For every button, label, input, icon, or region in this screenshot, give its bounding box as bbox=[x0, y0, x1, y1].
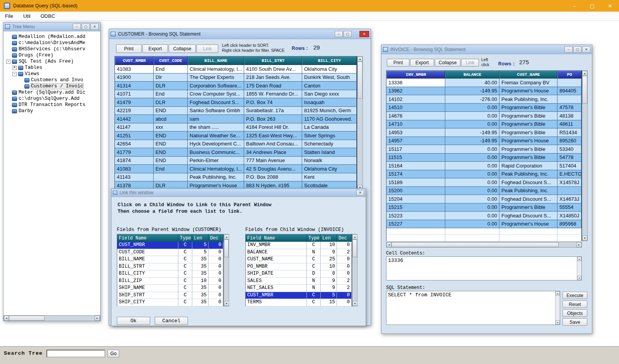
cell-bill-city[interactable]: Statten Island bbox=[302, 148, 357, 157]
field-dec[interactable]: 0 bbox=[209, 285, 223, 292]
field-len[interactable]: 5 bbox=[321, 292, 337, 299]
field-name[interactable]: BALANCE bbox=[246, 249, 307, 256]
cell-cust-nmbr[interactable]: 41900 bbox=[115, 73, 154, 82]
cell-po-nmbr[interactable]: 895260 bbox=[557, 137, 581, 145]
scrollbar-thumb[interactable] bbox=[392, 242, 559, 247]
cell-cust-nmbr[interactable]: 41251 bbox=[115, 132, 154, 140]
field-row[interactable]: CUST_CODE C 5 0 bbox=[117, 249, 223, 256]
invoice-vertical-scrollbar[interactable]: ▲ ▼ bbox=[582, 70, 588, 241]
field-type[interactable]: C bbox=[178, 299, 192, 306]
cell-cust-name[interactable]: Peak Publishing, Inc. bbox=[499, 95, 557, 104]
cell-balance[interactable]: -149.95 bbox=[445, 87, 499, 96]
field-type[interactable]: N bbox=[307, 285, 321, 292]
field-dec[interactable]: 0 bbox=[209, 256, 223, 263]
cell-po-nmbr[interactable]: 894405 bbox=[557, 87, 581, 96]
cell-bill-city[interactable]: Oklahoma City bbox=[302, 165, 357, 173]
scrollbar-thumb[interactable] bbox=[224, 239, 229, 257]
field-len[interactable]: 9 bbox=[321, 249, 337, 256]
table-row[interactable]: 15189 0.00 Foghead Discount S... X14578J bbox=[386, 178, 581, 187]
cell-cust-code[interactable] bbox=[154, 173, 188, 182]
field-dec[interactable]: 0 bbox=[209, 299, 223, 306]
table-row[interactable]: 41083 End Clinical Hematology, I... 4100… bbox=[115, 65, 357, 73]
cell-po-nmbr[interactable]: X14578J bbox=[557, 178, 581, 187]
field-type[interactable]: N bbox=[307, 249, 321, 256]
cell-cust-name[interactable]: Programmer's Bible bbox=[499, 112, 557, 120]
field-row[interactable]: NET_SALES N 9 2 bbox=[246, 285, 352, 292]
field-name[interactable]: SHIP_DATE bbox=[246, 270, 307, 278]
field-row[interactable]: SHIP_STRT C 35 0 bbox=[117, 292, 223, 299]
cell-inv-nmbr[interactable]: 15200 bbox=[386, 187, 445, 195]
sql-action-button[interactable]: Execute bbox=[563, 292, 587, 299]
table-row[interactable]: 14953 -149.95 Programmer's Bible R51434 bbox=[386, 128, 581, 137]
cell-po-nmbr[interactable]: 48138 bbox=[557, 112, 581, 120]
table-row[interactable]: 15204 0.00 Foghead Discount S... X14673J bbox=[386, 195, 581, 203]
cell-bill-city[interactable]: Schenectady bbox=[302, 140, 357, 149]
parent-fields-scrollbar[interactable]: ▲ ▼ bbox=[224, 234, 229, 306]
tree-item[interactable]: Drugs (Free) bbox=[4, 52, 99, 58]
field-row[interactable]: SHIP_CITY C 35 0 bbox=[117, 299, 223, 306]
field-row[interactable]: TERMS C 15 0 bbox=[246, 299, 352, 306]
cell-bill-city[interactable]: 1170 AG Goohoeved. bbox=[302, 115, 357, 123]
invoice-titlebar[interactable]: INVOICE - Browsing SQL Statement – ▢ ✕ bbox=[381, 45, 592, 54]
table-row[interactable]: 15215 0.00 Programmer's Bible 55554 bbox=[386, 203, 581, 212]
cell-inv-nmbr[interactable]: 15164 bbox=[386, 162, 445, 170]
collapse-button[interactable]: Collapse bbox=[435, 59, 460, 67]
sql-statement-box[interactable]: SELECT * from INVOICE ▲ ▼ bbox=[386, 291, 560, 325]
print-button[interactable]: Print bbox=[116, 44, 142, 53]
cell-cust-name[interactable]: Programmer's Bible bbox=[499, 104, 557, 112]
cell-bill-strt[interactable]: Surabellastr. 17a bbox=[244, 107, 302, 115]
field-row[interactable]: BILL_NAME C 35 0 bbox=[117, 256, 223, 263]
field-name[interactable]: CUST_NMBR bbox=[246, 292, 307, 299]
customer-titlebar[interactable]: CUSTOMER - Browsing SQL Statement – ▢ ✕ bbox=[109, 29, 371, 39]
tree-horizontal-scrollbar[interactable]: ◄ ► bbox=[3, 315, 100, 321]
column-header-bill-name[interactable]: BILL_NAME bbox=[188, 56, 244, 65]
cell-cust-nmbr[interactable]: 42654 bbox=[115, 140, 154, 149]
cell-bill-strt[interactable]: Balltown And Consau... bbox=[244, 140, 302, 149]
table-row[interactable]: 41900 Dlr The Clipper Experts 218 Jan Se… bbox=[115, 73, 357, 82]
cell-inv-nmbr[interactable]: 15204 bbox=[386, 195, 445, 203]
cell-inv-nmbr[interactable]: 15174 bbox=[386, 170, 445, 179]
field-type[interactable]: C bbox=[307, 292, 321, 299]
field-len[interactable]: 35 bbox=[192, 299, 209, 306]
cell-cust-nmbr[interactable]: 41314 bbox=[115, 82, 154, 90]
cell-po-nmbr[interactable]: 48611 bbox=[557, 120, 581, 129]
cell-cust-name[interactable]: Programmer's House bbox=[499, 220, 557, 229]
field-len[interactable]: 35 bbox=[192, 256, 209, 263]
field-dec[interactable]: 0 bbox=[337, 256, 352, 263]
field-type[interactable]: C bbox=[307, 256, 321, 263]
column-header-inv-nmbr[interactable]: INV_NMBR bbox=[386, 71, 445, 79]
close-icon[interactable]: ✕ bbox=[582, 46, 590, 53]
field-len[interactable]: 35 bbox=[192, 292, 209, 299]
field-dec[interactable]: 0 bbox=[209, 292, 223, 299]
main-titlebar[interactable]: Database Query (SQL-based) – ▢ ✕ bbox=[0, 0, 619, 12]
field-dec[interactable]: 0 bbox=[209, 263, 223, 271]
cell-bill-strt[interactable]: 777 Main Avenue bbox=[244, 157, 302, 165]
field-dec[interactable]: 0 bbox=[209, 249, 223, 256]
cell-inv-nmbr[interactable]: 15189 bbox=[386, 178, 445, 187]
cell-inv-nmbr[interactable]: 14510 bbox=[386, 104, 445, 112]
tree-item[interactable]: Darby bbox=[4, 108, 99, 114]
table-row[interactable]: 41779 END Business Communic... 34 Andrew… bbox=[115, 148, 357, 157]
table-row[interactable]: 41442 abcd sam P.O. Box 263 1170 AG Gooh… bbox=[115, 115, 357, 123]
scroll-down-icon[interactable]: ▼ bbox=[224, 301, 229, 306]
search-tree-input[interactable] bbox=[46, 350, 105, 357]
tree-expander-icon[interactable]: - bbox=[6, 60, 10, 64]
field-len[interactable]: 35 bbox=[192, 270, 209, 278]
cell-cust-code[interactable]: DLR bbox=[154, 82, 188, 90]
scroll-up-icon[interactable]: ▲ bbox=[556, 291, 560, 296]
field-dec[interactable]: 0 bbox=[337, 292, 352, 299]
scroll-left-icon[interactable]: ◄ bbox=[4, 316, 9, 321]
cell-cust-name[interactable]: Foghead Discount S... bbox=[499, 212, 557, 220]
cell-po-nmbr[interactable]: X14850J bbox=[557, 212, 581, 220]
cell-po-nmbr[interactable]: R51434 bbox=[557, 128, 581, 137]
cell-inv-nmbr[interactable]: 13962 bbox=[386, 87, 445, 96]
field-name[interactable]: BILL_ZIP bbox=[117, 278, 178, 285]
cell-balance[interactable]: 0.00 bbox=[445, 170, 499, 179]
menu-item[interactable]: Util bbox=[18, 12, 36, 21]
cell-inv-nmbr[interactable]: 14710 bbox=[386, 120, 445, 129]
link-button[interactable]: Link bbox=[197, 44, 218, 53]
cell-bill-city[interactable]: Kent bbox=[302, 173, 357, 182]
cell-po-nmbr[interactable]: 53340 bbox=[557, 145, 581, 154]
export-button[interactable]: Export bbox=[142, 44, 168, 53]
cell-inv-nmbr[interactable]: 15227 bbox=[386, 220, 445, 229]
